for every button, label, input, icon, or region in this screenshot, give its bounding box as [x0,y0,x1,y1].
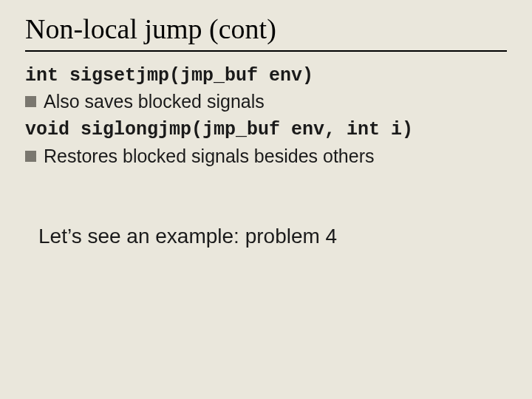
bullet-row-1: Also saves blocked signals [25,89,507,115]
square-bullet-icon [25,96,36,107]
example-line: Let’s see an example: problem 4 [38,222,507,250]
slide-title: Non-local jump (cont) [25,13,507,46]
bullet-text-1: Also saves blocked signals [44,89,507,115]
slide-body: int sigsetjmp(jmp_buf env) Also saves bl… [25,64,507,250]
bullet-text-2: Restores blocked signals besides others [44,144,507,169]
bullet-row-2: Restores blocked signals besides others [25,144,507,169]
code-siglongjmp: void siglongjmp(jmp_buf env, int i) [25,117,507,143]
square-bullet-icon [25,151,36,162]
slide: Non-local jump (cont) int sigsetjmp(jmp_… [0,0,532,399]
title-underline [25,50,507,52]
code-sigsetjmp: int sigsetjmp(jmp_buf env) [25,64,507,89]
